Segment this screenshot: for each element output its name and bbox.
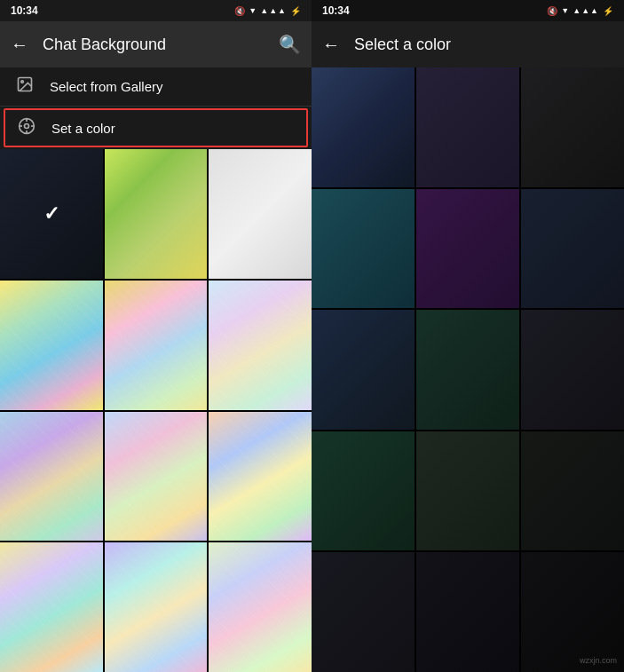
right-battery-icon: ⚡ <box>603 6 613 16</box>
color-palette-icon <box>16 117 37 139</box>
color-cell-11[interactable] <box>416 431 519 551</box>
right-panel: 10:34 🔇 ▼ ▲▲▲ ⚡ ← Select a color <box>312 0 624 672</box>
gallery-label: Select from Gallery <box>50 79 163 94</box>
wallpaper-cell-11[interactable] <box>105 542 208 672</box>
left-panel: 10:34 🔇 ▼ ▲▲▲ ⚡ ← Chat Background 🔍 Sele… <box>0 0 312 672</box>
signal-icon: ▲▲▲ <box>260 6 287 15</box>
left-status-time: 10:34 <box>11 4 38 17</box>
color-cell-7[interactable] <box>312 310 415 430</box>
wallpaper-cell-2[interactable] <box>105 149 208 279</box>
color-cell-13[interactable] <box>312 552 415 672</box>
wallpaper-cell-7[interactable] <box>0 412 103 542</box>
left-status-icons: 🔇 ▼ ▲▲▲ ⚡ <box>234 6 301 16</box>
color-cell-14[interactable] <box>416 552 519 672</box>
wallpaper-cell-6[interactable] <box>209 281 312 410</box>
right-status-icons: 🔇 ▼ ▲▲▲ ⚡ <box>547 6 613 16</box>
right-status-time: 10:34 <box>322 4 350 17</box>
right-signal-icon: ▲▲▲ <box>573 6 599 15</box>
color-cell-4[interactable] <box>312 189 415 309</box>
left-toolbar: ← Chat Background 🔍 <box>0 21 312 67</box>
wallpaper-grid: ✓ <box>0 149 312 672</box>
svg-point-3 <box>25 123 29 128</box>
color-cell-1[interactable] <box>312 67 415 187</box>
back-button-left[interactable]: ← <box>11 35 28 55</box>
color-cell-8[interactable] <box>416 310 519 430</box>
right-status-bar: 10:34 🔇 ▼ ▲▲▲ ⚡ <box>312 0 624 21</box>
back-button-right[interactable]: ← <box>322 35 340 55</box>
left-status-bar: 10:34 🔇 ▼ ▲▲▲ ⚡ <box>0 0 312 21</box>
wallpaper-cell-1[interactable]: ✓ <box>0 149 103 279</box>
color-label: Set a color <box>51 121 115 136</box>
gallery-icon <box>14 75 36 98</box>
right-toolbar: ← Select a color <box>312 21 624 67</box>
right-toolbar-title: Select a color <box>354 36 613 54</box>
watermark: wzxjn.com <box>580 656 617 665</box>
color-cell-10[interactable] <box>312 431 415 551</box>
left-toolbar-title: Chat Background <box>43 36 265 54</box>
color-cell-6[interactable] <box>521 189 624 309</box>
wallpaper-cell-9[interactable] <box>209 412 312 542</box>
color-menu-item[interactable]: Set a color <box>4 108 308 147</box>
color-cell-9[interactable] <box>521 310 624 430</box>
color-cell-2[interactable] <box>416 67 519 187</box>
right-mute-icon: 🔇 <box>547 6 557 16</box>
battery-icon: ⚡ <box>290 6 301 16</box>
svg-point-1 <box>21 81 23 83</box>
color-cell-12[interactable] <box>521 431 624 551</box>
color-cell-5[interactable] <box>416 189 519 309</box>
color-cell-15[interactable] <box>521 552 624 672</box>
color-cell-3[interactable] <box>521 67 624 187</box>
mute-icon: 🔇 <box>234 6 245 16</box>
selected-check: ✓ <box>43 202 59 225</box>
wallpaper-cell-8[interactable] <box>105 412 208 542</box>
gallery-menu-item[interactable]: Select from Gallery <box>0 67 312 107</box>
wallpaper-cell-12[interactable] <box>209 542 312 672</box>
wallpaper-cell-5[interactable] <box>105 281 208 410</box>
color-grid <box>312 67 624 672</box>
wifi-icon: ▼ <box>249 6 257 15</box>
wallpaper-cell-4[interactable] <box>0 281 103 410</box>
wallpaper-cell-3[interactable] <box>209 149 312 279</box>
search-icon-left[interactable]: 🔍 <box>279 34 301 55</box>
right-wifi-icon: ▼ <box>561 6 569 15</box>
wallpaper-cell-10[interactable] <box>0 542 103 672</box>
